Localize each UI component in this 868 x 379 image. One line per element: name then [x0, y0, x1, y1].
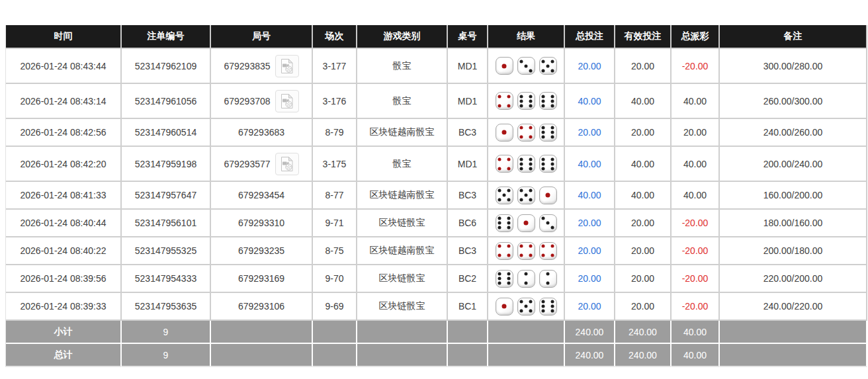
remark-cell: 160.00/200.00 [720, 182, 867, 210]
summary-empty-cell [357, 344, 448, 367]
total-bet-link[interactable]: 20.00 [578, 61, 601, 71]
die-6 [539, 92, 557, 110]
payout-cell: 40.00 [672, 147, 720, 182]
total-bet-link[interactable]: 20.00 [578, 273, 601, 284]
result-cell [488, 210, 565, 237]
round-number: 679293835 [224, 61, 270, 71]
game-type-cell: 区块链骰宝 [357, 293, 448, 321]
result-cell [488, 119, 565, 147]
summary-count-cell: 9 [122, 321, 211, 344]
remark-cell: 260.00/300.00 [720, 84, 867, 119]
remark-cell: 200.00/180.00 [720, 237, 867, 265]
valid-bet-cell: 40.00 [615, 147, 672, 182]
bet-id-cell: 523147953635 [122, 293, 211, 321]
bet-id-cell: 523147957647 [122, 182, 211, 210]
video-replay-button[interactable] [275, 90, 299, 112]
dice-group [491, 270, 561, 288]
summary-label-cell: 小计 [6, 321, 122, 344]
page: 时间注单编号局号场次游戏类别桌号结果总投注有效投注总派彩备注 2026-01-2… [0, 0, 868, 379]
round-number: 679293310 [238, 218, 284, 228]
table-no-cell: MD1 [448, 147, 488, 182]
payout-cell: 40.00 [672, 182, 720, 210]
die-4 [496, 155, 513, 173]
payout-cell: -20.00 [672, 237, 720, 265]
session-cell: 9-71 [313, 210, 357, 237]
total-bet-cell: 20.00 [565, 119, 615, 147]
remark-cell: 240.00/220.00 [720, 293, 867, 321]
valid-bet-cell: 20.00 [615, 293, 672, 321]
summary-empty-cell [357, 321, 448, 344]
table-no-cell: BC3 [448, 119, 488, 147]
table-no-cell: MD1 [448, 84, 488, 119]
game-type-cell: 区块链越南骰宝 [357, 119, 448, 147]
video-replay-button[interactable] [275, 55, 299, 77]
table-header-row: 时间注单编号局号场次游戏类别桌号结果总投注有效投注总派彩备注 [6, 25, 867, 49]
summary-empty-cell [448, 321, 488, 344]
result-cell [488, 265, 565, 293]
result-cell [488, 49, 565, 84]
table-no-cell: BC6 [448, 210, 488, 237]
session-cell: 3-175 [313, 147, 357, 182]
round-cell: 679293577 [211, 147, 313, 182]
total-bet-link[interactable]: 40.00 [578, 190, 601, 200]
column-header-round: 局号 [211, 25, 313, 49]
total-bet-link[interactable]: 20.00 [578, 218, 601, 228]
bet-id-cell: 523147956101 [122, 210, 211, 237]
round-number: 679293683 [238, 127, 284, 138]
game-type-cell: 骰宝 [357, 84, 448, 119]
summary-label-cell: 总计 [6, 344, 122, 367]
valid-bet-cell: 40.00 [615, 182, 672, 210]
round-cell: 679293835 [211, 49, 313, 84]
column-header-result: 结果 [488, 25, 565, 49]
summary-payout-cell: 40.00 [672, 321, 720, 344]
round-cell: 679293708 [211, 84, 313, 119]
result-cell [488, 84, 565, 119]
payout-cell: 20.00 [672, 119, 720, 147]
video-file-icon [280, 93, 294, 109]
remark-cell: 300.00/280.00 [720, 49, 867, 84]
die-4 [517, 124, 535, 142]
round-cell: 679293454 [211, 182, 313, 210]
session-cell: 8-79 [313, 119, 357, 147]
summary-total-bet-cell: 240.00 [565, 344, 615, 367]
dice-group [491, 187, 561, 204]
die-5 [496, 187, 513, 204]
valid-bet-cell: 20.00 [615, 237, 672, 265]
bet-id-cell: 523147954333 [122, 265, 211, 293]
die-1 [496, 298, 513, 316]
remark-cell: 180.00/160.00 [720, 210, 867, 237]
round-number: 679293454 [238, 190, 284, 200]
die-2 [539, 270, 557, 288]
round-number: 679293169 [238, 273, 284, 284]
summary-empty-cell [720, 344, 867, 367]
total-bet-link[interactable]: 20.00 [578, 245, 601, 256]
video-replay-button[interactable] [275, 153, 299, 175]
dice-group [491, 242, 561, 260]
game-type-cell: 骰宝 [357, 49, 448, 84]
summary-count-cell: 9 [122, 344, 211, 367]
payout-cell: -20.00 [672, 293, 720, 321]
round-cell: 679293235 [211, 237, 313, 265]
result-cell [488, 237, 565, 265]
total-bet-link[interactable]: 20.00 [578, 301, 601, 312]
summary-empty-cell [211, 321, 313, 344]
total-bet-cell: 20.00 [565, 237, 615, 265]
payout-cell: 40.00 [672, 84, 720, 119]
die-4 [496, 242, 513, 260]
die-1 [517, 214, 535, 232]
die-6 [517, 155, 535, 173]
total-bet-link[interactable]: 20.00 [578, 127, 601, 138]
die-1 [496, 57, 513, 75]
total-bet-cell: 20.00 [565, 49, 615, 84]
summary-empty-cell [488, 344, 565, 367]
subtotal-row: 小计 9 240.00 240.00 40.00 [6, 321, 867, 344]
total-bet-link[interactable]: 40.00 [578, 96, 601, 106]
column-header-total_bet: 总投注 [565, 25, 615, 49]
total-bet-link[interactable]: 40.00 [578, 159, 601, 169]
video-file-icon [280, 156, 294, 172]
session-cell: 3-176 [313, 84, 357, 119]
session-cell: 9-70 [313, 265, 357, 293]
total-bet-cell: 40.00 [565, 147, 615, 182]
summary-empty-cell [448, 344, 488, 367]
column-header-payout: 总派彩 [672, 25, 720, 49]
